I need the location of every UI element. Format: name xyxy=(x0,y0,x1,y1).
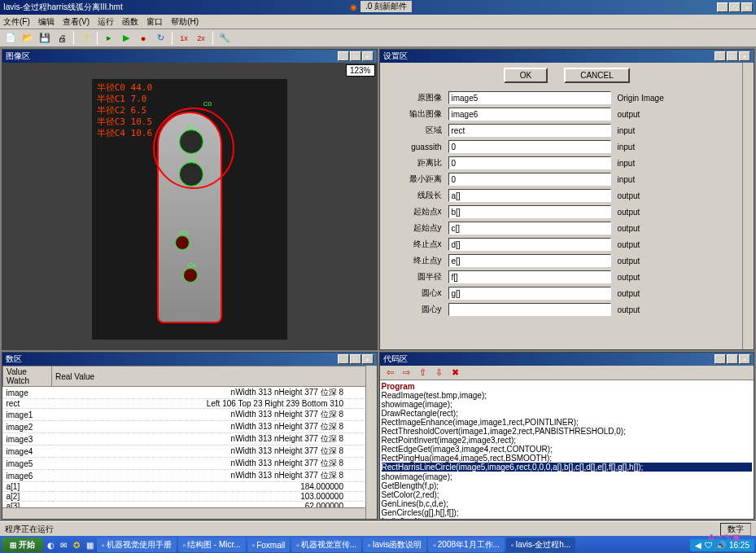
code-delete-icon[interactable]: ✖ xyxy=(448,366,463,380)
horizontal-scrollbar[interactable] xyxy=(2,507,365,519)
code-line[interactable]: RectPointInvert(image2,image3,rect); xyxy=(382,436,753,445)
code-down-icon[interactable]: ⇩ xyxy=(432,366,447,380)
property-input[interactable] xyxy=(448,303,611,316)
code-line[interactable]: RectThresholdCovert(image1,image2,rect,P… xyxy=(382,427,753,436)
property-input[interactable] xyxy=(448,222,611,235)
code-up-icon[interactable]: ⇧ xyxy=(416,366,430,380)
panel-maximize-button[interactable]: □ xyxy=(350,51,361,61)
tray-icon[interactable]: 🛡 xyxy=(705,541,713,550)
panel-minimize-button[interactable]: _ xyxy=(714,354,726,364)
code-line[interactable]: Program xyxy=(382,382,753,391)
panel-close-button[interactable]: × xyxy=(739,51,750,61)
ok-button[interactable]: OK xyxy=(504,68,548,83)
save-icon[interactable]: 💾 xyxy=(37,31,52,46)
property-input[interactable] xyxy=(448,173,611,186)
tray-icon[interactable]: ◀ xyxy=(695,541,701,550)
code-line[interactable]: RectEdgeGet(image3,image4,rect,CONTOUR); xyxy=(382,445,753,454)
code-line[interactable]: GenCircles(g[],h[],f[]); xyxy=(382,508,753,517)
code-line[interactable]: showimage(image); xyxy=(382,472,753,481)
code-line[interactable]: GetBlength(f,p); xyxy=(382,481,753,490)
zoom-1x-icon[interactable]: 1x xyxy=(177,31,191,46)
table-row[interactable]: image1nWidth 313 nHeight 377 位深 8 xyxy=(3,409,377,421)
panel-maximize-button[interactable]: □ xyxy=(727,51,738,61)
taskbar-item[interactable]: ▫Foxmail xyxy=(247,538,291,552)
property-input[interactable] xyxy=(448,205,611,218)
cancel-button[interactable]: CANCEL xyxy=(564,68,630,83)
record-icon[interactable]: ● xyxy=(136,31,151,46)
wrench-icon[interactable]: 🔧 xyxy=(217,31,232,46)
open-icon[interactable]: 📂 xyxy=(20,31,35,46)
property-input[interactable] xyxy=(448,189,611,202)
print-icon[interactable]: 🖨 xyxy=(55,31,69,46)
panel-close-button[interactable]: × xyxy=(739,354,750,364)
panel-maximize-button[interactable]: □ xyxy=(727,354,738,364)
taskbar-item[interactable]: ▫结构图 - Micr... xyxy=(178,538,246,552)
code-line[interactable]: RectHarrisLineCircle(image5,image6,rect,… xyxy=(382,463,753,472)
new-icon[interactable]: 📄 xyxy=(3,31,18,46)
property-input[interactable] xyxy=(448,108,611,121)
quicklaunch-icon[interactable]: ◐ xyxy=(45,539,56,551)
menu-edit[interactable]: 编辑 xyxy=(38,16,55,28)
property-input[interactable] xyxy=(448,140,611,153)
table-row[interactable]: image6nWidth 313 nHeight 377 位深 8 xyxy=(3,470,377,482)
quicklaunch-icon[interactable]: ✪ xyxy=(71,539,82,551)
minimize-button[interactable]: _ xyxy=(717,2,728,12)
table-row[interactable]: imagenWidth 313 nHeight 377 位深 8 xyxy=(3,387,377,399)
panel-maximize-button[interactable]: □ xyxy=(350,354,361,364)
code-line[interactable]: RectImageEnhance(image,image1,rect,POINT… xyxy=(382,418,753,427)
quicklaunch-icon[interactable]: ▦ xyxy=(84,539,95,551)
col-value-header[interactable]: Real Value xyxy=(52,366,377,387)
code-line[interactable]: DrawRectangle(rect); xyxy=(382,409,753,418)
code-editor[interactable]: ProgramReadImage(test.bmp,image);showima… xyxy=(380,380,754,519)
property-input[interactable] xyxy=(448,91,611,104)
vertical-scrollbar[interactable] xyxy=(742,63,754,349)
menu-function[interactable]: 函数 xyxy=(122,16,138,28)
menu-view[interactable]: 查看(V) xyxy=(63,16,90,28)
taskbar-item[interactable]: ▫Iavis-全过程h... xyxy=(506,538,575,552)
code-line[interactable]: RectPingHua(image4,image5,rect,BSMOOTH); xyxy=(382,454,753,463)
panel-minimize-button[interactable]: _ xyxy=(338,354,349,364)
table-row[interactable]: rectLeft 106 Top 23 Right 239 Bottom 310 xyxy=(3,399,377,409)
code-line[interactable]: for(i=0,p,1); xyxy=(382,517,753,519)
property-input[interactable] xyxy=(448,270,611,283)
col-watch-header[interactable]: Value Watch xyxy=(3,366,52,387)
code-prev-icon[interactable]: ⇦ xyxy=(383,366,398,380)
table-row[interactable]: a[2]103.000000 xyxy=(3,492,377,502)
table-row[interactable]: image2nWidth 313 nHeight 377 位深 8 xyxy=(3,421,377,433)
start-button[interactable]: ⊞ 开始 xyxy=(2,538,43,552)
menu-run[interactable]: 运行 xyxy=(98,16,114,28)
zoom-2x-icon[interactable]: 2x xyxy=(194,31,208,46)
table-row[interactable]: image3nWidth 313 nHeight 377 位深 8 xyxy=(3,433,377,445)
taskbar-item[interactable]: ▫Iavis函数说明 xyxy=(363,538,426,552)
code-line[interactable]: GenLines(b,c,d,e); xyxy=(382,499,753,508)
maximize-button[interactable]: □ xyxy=(729,2,741,12)
panel-close-button[interactable]: × xyxy=(362,51,374,61)
property-input[interactable] xyxy=(448,238,611,251)
code-line[interactable]: SetColor(2,red); xyxy=(382,490,753,499)
panel-minimize-button[interactable]: _ xyxy=(714,51,726,61)
help-icon[interactable]: ? xyxy=(78,31,93,46)
table-row[interactable]: image5nWidth 313 nHeight 377 位深 8 xyxy=(3,458,377,470)
property-input[interactable] xyxy=(448,124,611,137)
quicklaunch-icon[interactable]: ✉ xyxy=(58,539,69,551)
taskbar-item[interactable]: ▫机器视觉宣传... xyxy=(291,538,361,552)
table-row[interactable]: a[1]184.000000 xyxy=(3,482,377,492)
vertical-scrollbar[interactable] xyxy=(365,366,377,519)
code-next-icon[interactable]: ⇨ xyxy=(400,366,414,380)
taskbar-item[interactable]: ▫机器视觉使用手册 xyxy=(97,538,177,552)
taskbar-item[interactable]: ▫2008年1月工作... xyxy=(428,538,505,552)
menu-help[interactable]: 帮助(H) xyxy=(171,16,199,28)
panel-minimize-button[interactable]: _ xyxy=(338,51,349,61)
menu-window[interactable]: 窗口 xyxy=(146,16,163,28)
refresh-icon[interactable]: ↻ xyxy=(153,31,168,46)
table-row[interactable]: image4nWidth 313 nHeight 377 位深 8 xyxy=(3,445,377,458)
property-input[interactable] xyxy=(448,287,611,300)
run-step-icon[interactable]: ▸ xyxy=(102,31,116,46)
image-viewport[interactable]: 123% 半径C0 44.0 半径C1 7.0 半径C2 6.5 半径C3 10… xyxy=(2,63,377,349)
close-button[interactable]: × xyxy=(741,2,753,12)
code-line[interactable]: showimage(image); xyxy=(382,400,753,409)
panel-close-button[interactable]: × xyxy=(362,354,374,364)
code-line[interactable]: ReadImage(test.bmp,image); xyxy=(382,391,753,400)
menu-file[interactable]: 文件(F) xyxy=(3,16,30,28)
property-input[interactable] xyxy=(448,254,611,267)
